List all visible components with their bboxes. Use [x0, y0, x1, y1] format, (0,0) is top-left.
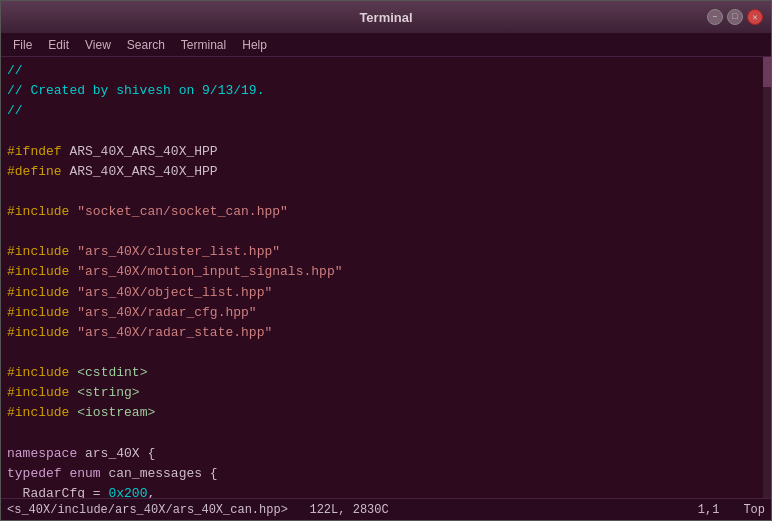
- maximize-button[interactable]: □: [727, 9, 743, 25]
- code-line: #include "socket_can/socket_can.hpp": [7, 202, 765, 222]
- code-line: #include "ars_40X/object_list.hpp": [7, 283, 765, 303]
- terminal-body[interactable]: // // Created by shivesh on 9/13/19. // …: [1, 57, 771, 498]
- code-line: RadarCfg = 0x200,: [7, 484, 765, 498]
- code-line: #include "ars_40X/radar_state.hpp": [7, 323, 765, 343]
- scrollbar-thumb[interactable]: [763, 57, 771, 87]
- code-line: [7, 343, 765, 363]
- status-filepath: <s_40X/include/ars_40X/ars_40X_can.hpp> …: [7, 503, 698, 517]
- menu-bar: File Edit View Search Terminal Help: [1, 33, 771, 57]
- code-line: //: [7, 101, 765, 121]
- status-right: 1,1 Top: [698, 503, 765, 517]
- window-controls: – □ ✕: [707, 9, 763, 25]
- code-line: //: [7, 61, 765, 81]
- menu-help[interactable]: Help: [234, 36, 275, 54]
- menu-search[interactable]: Search: [119, 36, 173, 54]
- code-line: #include "ars_40X/cluster_list.hpp": [7, 242, 765, 262]
- title-bar: Terminal – □ ✕: [1, 1, 771, 33]
- menu-view[interactable]: View: [77, 36, 119, 54]
- window-title: Terminal: [359, 10, 412, 25]
- code-line: namespace ars_40X {: [7, 444, 765, 464]
- code-line: // Created by shivesh on 9/13/19.: [7, 81, 765, 101]
- menu-terminal[interactable]: Terminal: [173, 36, 234, 54]
- status-position: 1,1: [698, 503, 720, 517]
- status-scroll: Top: [743, 503, 765, 517]
- code-line: [7, 182, 765, 202]
- code-line: [7, 222, 765, 242]
- minimize-button[interactable]: –: [707, 9, 723, 25]
- code-line: #ifndef ARS_40X_ARS_40X_HPP: [7, 142, 765, 162]
- code-line: #include <string>: [7, 383, 765, 403]
- close-button[interactable]: ✕: [747, 9, 763, 25]
- scrollbar[interactable]: [763, 57, 771, 498]
- menu-edit[interactable]: Edit: [40, 36, 77, 54]
- code-line: #include <iostream>: [7, 403, 765, 423]
- status-bar: <s_40X/include/ars_40X/ars_40X_can.hpp> …: [1, 498, 771, 520]
- menu-file[interactable]: File: [5, 36, 40, 54]
- code-line: [7, 424, 765, 444]
- terminal-window: Terminal – □ ✕ File Edit View Search Ter…: [0, 0, 772, 521]
- code-line: [7, 121, 765, 141]
- code-line: #include "ars_40X/motion_input_signals.h…: [7, 262, 765, 282]
- code-line: #include "ars_40X/radar_cfg.hpp": [7, 303, 765, 323]
- code-line: #define ARS_40X_ARS_40X_HPP: [7, 162, 765, 182]
- code-line: #include <cstdint>: [7, 363, 765, 383]
- code-line: typedef enum can_messages {: [7, 464, 765, 484]
